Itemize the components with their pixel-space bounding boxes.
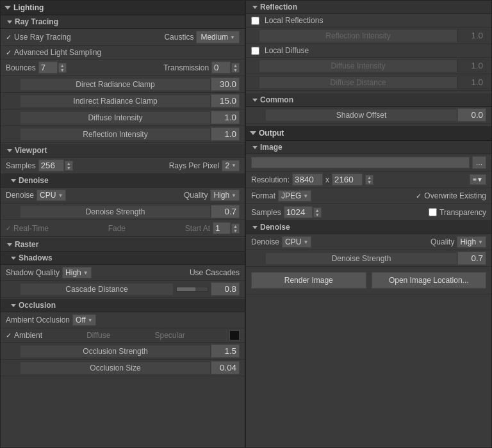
image-samples-arrows[interactable]: ▲▼ [313,207,322,218]
diffuse-intensity-right-row: Diffuse Intensity [246,58,491,74]
denoise-header[interactable]: Denoise [1,174,245,188]
reflection-intensity-right-row: Reflection Intensity [246,28,491,44]
local-diffuse-row: Local Diffuse [246,44,491,58]
output-header: Output [246,126,491,141]
transmission-spinner[interactable]: ▲▼ [211,61,240,74]
cascade-slider[interactable] [176,287,208,292]
image-samples-input[interactable] [284,206,313,218]
bounces-arrows[interactable]: ▲▼ [58,63,67,73]
realtime-check[interactable]: ✓ [6,225,11,232]
cascade-value[interactable] [211,282,240,296]
direct-radiance-value[interactable] [211,77,240,91]
ambient-label: Ambient [14,331,42,340]
denoise-strength-value[interactable] [211,205,240,218]
output-triangle[interactable] [250,131,256,135]
res-y-input[interactable] [332,173,363,186]
color-swatch[interactable] [229,330,240,340]
resolution-label: Resolution: [251,175,290,184]
shadow-quality-dropdown[interactable]: High [62,267,92,278]
raster-header[interactable]: Raster [1,238,245,252]
start-at-input[interactable] [213,222,231,234]
reflection-intensity-value[interactable] [211,127,240,141]
reflection-intensity-right-label: Reflection Intensity [259,29,457,42]
diffuse-intensity-value[interactable] [211,111,240,124]
common-header[interactable]: Common [246,93,491,107]
format-label: Format [251,191,275,200]
rays-per-pixel-dropdown[interactable]: 2 [222,160,240,172]
ambient-diffuse-specular-row: ✓ Ambient Diffuse Specular [1,328,245,343]
quality-dropdown[interactable]: High [210,189,240,201]
lighting-triangle[interactable] [4,6,11,10]
local-reflections-checkbox[interactable] [251,17,259,25]
bounces-input[interactable] [38,61,58,74]
reflection-header[interactable]: Reflection [246,1,491,14]
overwrite-check[interactable]: ✓ [416,192,422,200]
shadow-quality-label: Shadow Quality [6,268,60,277]
transparency-checkbox[interactable] [429,208,437,216]
denoise-strength-label: Denoise Strength [20,205,211,218]
transparency-label: Transparency [439,208,486,217]
diffuse-distance-value[interactable] [457,76,486,89]
caustics-dropdown[interactable]: Medium [196,31,240,44]
reflection-triangle [252,6,258,9]
start-at-arrows[interactable]: ▲▼ [231,223,240,234]
cascade-distance-row: Cascade Distance [1,281,245,298]
occlusion-size-value[interactable] [211,361,240,374]
bounces-spinner[interactable]: ▲▼ [38,61,67,74]
lighting-title: Lighting [13,3,44,12]
diffuse-intensity-right-value[interactable] [457,59,486,72]
left-panel: Lighting Ray Tracing ✓ Use Ray Tracing C… [0,0,245,448]
advanced-light-check[interactable]: ✓ [6,49,12,57]
right-panel: Reflection Local Reflections Reflection … [245,0,492,448]
samples-input[interactable] [38,159,64,172]
diffuse-intensity-label: Diffuse Intensity [20,111,211,124]
shadow-offset-label: Shadow Offset [265,109,457,122]
ambient-check[interactable]: ✓ [6,332,12,340]
samples-spinner[interactable]: ▲▼ [38,159,73,172]
occlusion-strength-value[interactable] [211,344,240,358]
format-dropdown[interactable]: JPEG [278,190,311,202]
shadow-offset-row: Shadow Offset [246,107,491,124]
resolution-arrows[interactable]: ▲▼ [365,175,373,185]
viewport-header[interactable]: Viewport [1,144,245,157]
reflection-intensity-row: Reflection Intensity [1,126,245,143]
output-denoise-strength-value[interactable] [457,252,486,265]
shadow-offset-value[interactable] [457,108,486,122]
ray-tracing-header[interactable]: Ray Tracing [1,15,245,29]
transmission-input[interactable] [211,61,231,74]
local-diffuse-checkbox[interactable] [251,47,259,55]
transmission-arrows[interactable]: ▲▼ [231,63,240,73]
denoise-dropdown[interactable]: CPU [37,189,66,201]
dots-button[interactable]: ... [472,156,486,169]
grid-button[interactable]: ≡▼ [470,174,486,185]
image-header[interactable]: Image [246,141,491,154]
output-quality-dropdown[interactable]: High [457,236,486,248]
occlusion-size-row: Occlusion Size [1,360,245,376]
image-samples-label: Samples [251,208,281,217]
path-field[interactable] [251,157,470,168]
render-image-button[interactable]: Render Image [251,272,366,289]
ambient-occlusion-dropdown[interactable]: Off [72,314,96,326]
shadows-header[interactable]: Shadows [1,252,245,265]
start-at-spinner[interactable]: ▲▼ [213,222,240,234]
reflection-intensity-right-value[interactable] [457,29,486,42]
open-image-location-button[interactable]: Open Image Location... [372,272,487,289]
samples-arrows[interactable]: ▲▼ [65,161,73,171]
local-diffuse-label: Local Diffuse [265,46,309,55]
indirect-radiance-value[interactable] [211,94,240,108]
output-denoise-header[interactable]: Denoise [246,221,491,234]
occlusion-header[interactable]: Occlusion [1,299,245,312]
use-ray-tracing-check[interactable]: ✓ [6,33,12,42]
ray-tracing-triangle [7,20,12,24]
path-row: ... [246,154,491,172]
diffuse-distance-row: Diffuse Distance [246,74,491,91]
output-denoise-dropdown[interactable]: CPU [282,236,311,248]
ambient-occlusion-label: Ambient Occlusion [6,316,70,324]
res-x-input[interactable] [292,173,323,186]
shadows-triangle [11,257,16,260]
render-buttons-row: Render Image Open Image Location... [246,267,491,294]
diffuse-intensity-row: Diffuse Intensity [1,109,245,126]
image-samples-spinner[interactable]: ▲▼ [284,206,322,218]
shadow-quality-row: Shadow Quality High Use Cascades [1,265,245,281]
resolution-row: Resolution: x ▲▼ ≡▼ [246,172,491,188]
